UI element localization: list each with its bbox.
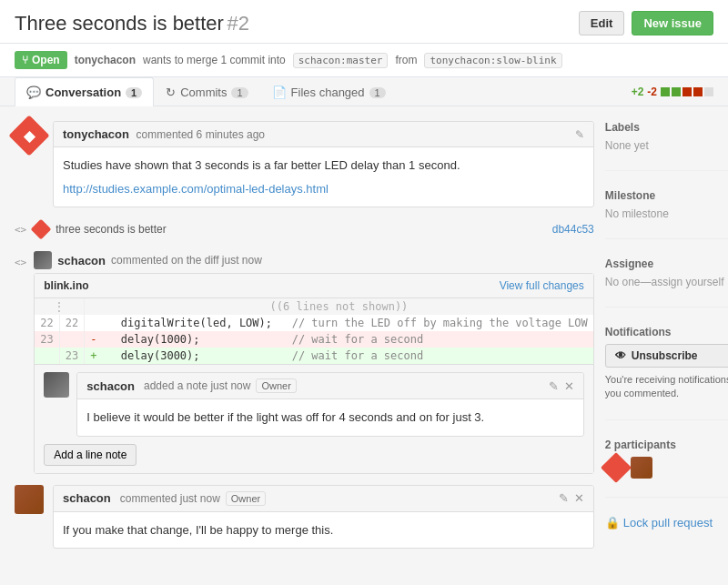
code-icon: <> — [15, 224, 26, 236]
notification-text: You're receiving notifications because y… — [605, 373, 728, 401]
diff-comment-time: commented on the diff just now — [111, 254, 262, 267]
lock-pull-request-link[interactable]: 🔒 Lock pull request — [605, 516, 728, 530]
page-title: Three seconds is better #2 — [15, 12, 249, 35]
tab-files-changed[interactable]: 📄 Files changed 1 — [260, 77, 398, 106]
diff-comment-author: schacon — [57, 254, 106, 267]
close-icon-inline[interactable]: ✕ — [564, 379, 574, 393]
sidebar-milestone: Milestone ⚙ No milestone — [605, 189, 728, 220]
diff-row-add: 23 + delay(3000); // wait for a second — [35, 348, 593, 364]
add-line-note-button[interactable]: Add a line note — [44, 444, 136, 466]
diff-code-icon: <> — [15, 257, 26, 268]
participants-avatars — [605, 457, 728, 479]
diff-comment-block: <> schacon commented on the diff just no… — [15, 251, 594, 474]
comment-link[interactable]: http://studies.example.com/optimal-led-d… — [63, 182, 329, 196]
pr-description: wants to merge 1 commit into — [143, 54, 286, 66]
diff-row-del: 23 - delay(1000); // wait for a second — [35, 331, 593, 348]
milestone-title: Milestone — [605, 189, 655, 202]
diff-block-add2 — [672, 87, 681, 96]
comment-box-tonychacon: tonychacon commented 6 minutes ago ✎ Stu… — [53, 121, 594, 207]
sidebar-participants: 2 participants — [605, 439, 728, 479]
inline-comment-body: I believe it would be better if the ligh… — [77, 399, 583, 436]
diff-header: blink.ino View full changes — [35, 274, 593, 298]
diff-block-del2 — [693, 87, 703, 96]
diff-view-link[interactable]: View full changes — [500, 279, 584, 292]
participant-avatar-schacon — [631, 457, 652, 479]
diff-blocks — [661, 87, 713, 96]
assignee-title: Assignee — [605, 257, 653, 270]
avatar-small-diamond — [31, 219, 52, 240]
sidebar-assignee: Assignee ⚙ No one—assign yourself — [605, 257, 728, 288]
inline-comment: schacon added a note just now Owner ✎ ✕ — [35, 364, 593, 473]
labels-title: Labels — [605, 121, 640, 134]
commit-hash[interactable]: db44c53 — [552, 223, 594, 236]
git-icon: ⑂ — [22, 54, 28, 66]
lock-icon: 🔒 — [605, 516, 620, 530]
diff-block-neu1 — [704, 87, 713, 96]
commit-label: three seconds is better — [56, 223, 166, 236]
edit-icon-inline[interactable]: ✎ — [549, 379, 559, 393]
edit-icon[interactable]: ✎ — [575, 128, 584, 141]
header-actions: Edit New issue — [579, 11, 713, 35]
edit-button[interactable]: Edit — [579, 11, 625, 35]
inline-author: schacon — [86, 379, 135, 393]
avatar-schacon — [15, 485, 44, 514]
comment-box-schacon: schacon commented just now Owner ✎ ✕ If … — [53, 485, 594, 550]
pr-meta: ⑂ Open tonychacon wants to merge 1 commi… — [0, 44, 728, 77]
assignee-value: No one—assign yourself — [605, 276, 728, 288]
comment-block-schacon: schacon commented just now Owner ✎ ✕ If … — [15, 485, 594, 550]
diff-inline: blink.ino View full changes ⋮ ((6 lines … — [34, 273, 594, 474]
schacon-time: commented just now — [120, 492, 220, 505]
pr-author: tonychacon — [75, 54, 136, 66]
commit-ref: <> three seconds is better db44c53 — [15, 218, 594, 240]
labels-value: None yet — [605, 139, 728, 152]
participants-title: 2 participants — [605, 439, 728, 451]
divider-4 — [605, 419, 728, 420]
files-icon: 📄 — [272, 86, 287, 99]
close-icon-schacon[interactable]: ✕ — [574, 491, 584, 505]
milestone-value: No milestone — [605, 207, 728, 220]
schacon-comment-header: schacon commented just now Owner ✎ ✕ — [54, 486, 593, 512]
new-issue-button[interactable]: New issue — [632, 11, 713, 35]
comment-header: tonychacon commented 6 minutes ago ✎ — [54, 122, 593, 147]
sidebar-labels: Labels ⚙ None yet — [605, 121, 728, 152]
comment-body: Studies have shown that 3 seconds is a f… — [54, 147, 593, 207]
comment-author: tonychacon — [63, 127, 129, 141]
diff-table: ⋮ ((6 lines not shown)) 22 22 digitalWr — [35, 298, 593, 364]
divider-1 — [605, 170, 728, 171]
page-header: Three seconds is better #2 Edit New issu… — [0, 0, 728, 44]
notifications-title: Notifications — [605, 326, 672, 338]
divider-2 — [605, 238, 728, 239]
participant-avatar-tonychacon — [601, 452, 632, 483]
inline-comment-header: schacon added a note just now Owner ✎ ✕ — [77, 373, 583, 399]
head-branch[interactable]: tonychacon:slow-blink — [424, 53, 561, 68]
avatar-tonychacon: ◆ — [8, 115, 49, 156]
schacon-comment-body: If you make that change, I'll be happy t… — [54, 512, 593, 549]
from-text: from — [395, 54, 417, 66]
content-area: ◆ tonychacon commented 6 minutes ago ✎ — [0, 106, 728, 585]
diff-filename: blink.ino — [44, 279, 88, 292]
inline-time: added a note just now — [144, 379, 250, 392]
diff-block-del1 — [682, 87, 692, 96]
base-branch[interactable]: schacon:master — [293, 53, 389, 68]
divider-5 — [605, 497, 728, 498]
status-badge: ⑂ Open — [15, 51, 67, 69]
diff-stats: +2 -2 — [632, 86, 713, 98]
divider-3 — [605, 307, 728, 308]
owner-badge: Owner — [256, 378, 296, 393]
schacon-author: schacon — [63, 491, 111, 505]
tab-commits[interactable]: ↻ Commits 1 — [154, 77, 259, 106]
diff-row-normal: 22 22 digitalWrite(led, LOW); // turn th… — [35, 315, 593, 331]
unsubscribe-button[interactable]: 👁 Unsubscribe — [605, 344, 728, 368]
avatar-schacon-inline — [44, 372, 69, 398]
tab-conversation[interactable]: 💬 Conversation 1 — [15, 77, 154, 106]
comment-time: commented 6 minutes ago — [136, 128, 265, 141]
comment-block-tonychacon: ◆ tonychacon commented 6 minutes ago ✎ — [15, 121, 594, 207]
diff-block-add1 — [661, 87, 670, 96]
main-content: ◆ tonychacon commented 6 minutes ago ✎ — [0, 106, 728, 585]
sidebar-lock: 🔒 Lock pull request — [605, 516, 728, 530]
edit-icon-schacon[interactable]: ✎ — [559, 491, 569, 505]
right-sidebar: Labels ⚙ None yet Milestone ⚙ No milesto… — [605, 121, 728, 570]
tabs: 💬 Conversation 1 ↻ Commits 1 📄 Files cha… — [0, 77, 728, 106]
avatar-schacon-small — [34, 251, 52, 269]
commits-icon: ↻ — [166, 86, 176, 99]
